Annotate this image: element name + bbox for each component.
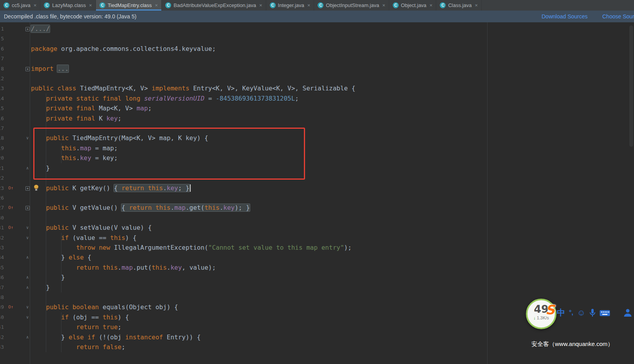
fold-marker-icon[interactable]: ∨ [25,133,30,143]
code-text: } else { [31,252,91,262]
line-number: 26 [0,193,4,203]
tab-object-java[interactable]: CObject.java× [389,0,437,11]
download-sources-link[interactable]: Download Sources [542,13,588,20]
tab-tiedmapentry-class[interactable]: CTiedMapEntry.class× [96,0,162,11]
folded-region[interactable]: ... [57,65,69,72]
choose-sources-link[interactable]: Choose Sources [602,13,634,20]
code-text: private static final long serialVersionU… [31,94,299,103]
override-method-icon[interactable]: O↑ [8,302,13,312]
line-number: 16 [0,114,4,123]
code-line: 13public class TiedMapEntry<K, V> implem… [0,83,634,93]
tab-objectinputstream-java[interactable]: CObjectInputStream.java× [314,0,389,11]
code-text: package org.apache.commons.collections4.… [31,44,216,54]
folded-region[interactable]: /.../ [31,25,50,32]
fold-marker-icon[interactable]: ∧ [25,332,30,342]
close-icon[interactable]: × [475,3,478,8]
code-token: key [170,264,182,271]
code-token: (!(obj [99,333,125,341]
tab-class-java[interactable]: CClass.java× [436,0,482,11]
fold-marker-icon[interactable]: ∨ [25,233,30,243]
code-token: key [167,184,178,192]
code-line: 7 [0,54,634,63]
ime-punctuation-icon[interactable]: °, [569,309,573,316]
code-line: 16 private final K key; [0,114,634,123]
code-token: equals(Object obj) { [103,303,178,311]
class-icon: C [393,2,399,8]
code-token: ; [118,115,122,122]
tab-integer-java[interactable]: CInteger.java× [266,0,314,11]
code-token [31,314,61,321]
ime-language-icon[interactable]: 中 [557,307,565,318]
close-icon[interactable]: × [155,3,158,8]
code-token: . [167,264,171,271]
line-number: 14 [0,94,4,103]
person-icon[interactable] [623,308,632,317]
folded-region[interactable]: { return this.key; } [114,184,190,192]
fold-marker-icon[interactable]: ∧ [25,283,30,292]
code-text: private final Map<K, V> map; [31,103,152,113]
close-icon[interactable]: × [382,3,385,8]
fold-marker-icon[interactable]: ∨ [25,302,30,312]
fold-marker-icon[interactable]: + [25,206,30,210]
fold-marker-icon[interactable]: + [25,27,30,31]
close-icon[interactable]: × [307,3,311,8]
code-token: org.apache.commons.collections4.keyvalue… [61,45,216,52]
line-number: 6 [0,44,4,54]
line-number: 34 [0,252,4,262]
fold-marker-icon[interactable]: ∧ [25,163,30,173]
fold-marker-icon[interactable]: ∨ [25,223,30,232]
fold-marker-icon[interactable]: ∧ [25,272,30,282]
code-token [31,115,46,122]
fold-marker-icon[interactable]: + [25,186,30,191]
folded-region[interactable]: { return this.map.get(this.key); } [121,204,250,211]
fold-marker-icon[interactable]: ∨ [25,312,30,322]
line-number: 40 [0,312,4,322]
code-token: private final [46,105,99,112]
override-method-icon[interactable]: O↑ [8,223,13,232]
tab-cc5-java[interactable]: Ccc5.java× [0,0,40,11]
scrollbar[interactable] [629,25,633,147]
code-token [31,204,46,211]
line-number: 41 [0,322,4,332]
line-number: 37 [0,283,4,292]
code-line: 34∧ } else { [0,252,634,262]
close-icon[interactable]: × [34,3,37,8]
code-token: key [107,115,118,122]
close-icon[interactable]: × [430,3,433,8]
code-token [31,343,76,351]
code-token: return this [121,184,163,192]
code-token: ... [57,65,69,72]
tab-label: TiedMapEntry.class [108,2,152,8]
tab-label: LazyMap.class [52,2,86,8]
code-token: import [31,65,57,72]
code-token: V setValue(V value) { [72,224,152,231]
line-number: 19 [0,143,4,153]
close-icon[interactable]: × [89,3,92,8]
code-token: } [31,254,69,261]
ime-toolbar: 中 °, ☺ [557,307,634,318]
tab-label: BadAttributeValueExpException.java [173,2,256,8]
sogou-logo[interactable]: S [545,302,555,317]
code-token: Map<K, V> [99,105,136,112]
code-token: if [61,314,72,321]
code-token [31,244,76,251]
code-line: 35 return this.map.put(this.key, value); [0,263,634,272]
code-text: return true; [31,322,121,332]
code-text: } [31,283,50,292]
ime-emoji-icon[interactable]: ☺ [577,308,585,317]
code-token: public boolean [46,303,103,311]
tab-lazymap-class[interactable]: CLazyMap.class× [40,0,96,11]
keyboard-icon[interactable] [600,309,610,317]
code-token [31,184,46,192]
tab-badattributevalueexpexception-java[interactable]: CBadAttributeValueExpException.java× [162,0,266,11]
override-method-icon[interactable]: O↑ [8,203,13,213]
fold-marker-icon[interactable]: ∧ [25,252,30,262]
line-number: 22 [0,173,4,183]
line-number: 12 [0,74,4,83]
override-method-icon[interactable]: O↑ [8,183,13,193]
microphone-icon[interactable] [589,308,596,317]
close-icon[interactable]: × [259,3,262,8]
watermark: 安全客（www.anquanke.com） [531,341,613,348]
code-token: K getKey() [72,184,114,192]
fold-marker-icon[interactable]: + [25,67,30,71]
